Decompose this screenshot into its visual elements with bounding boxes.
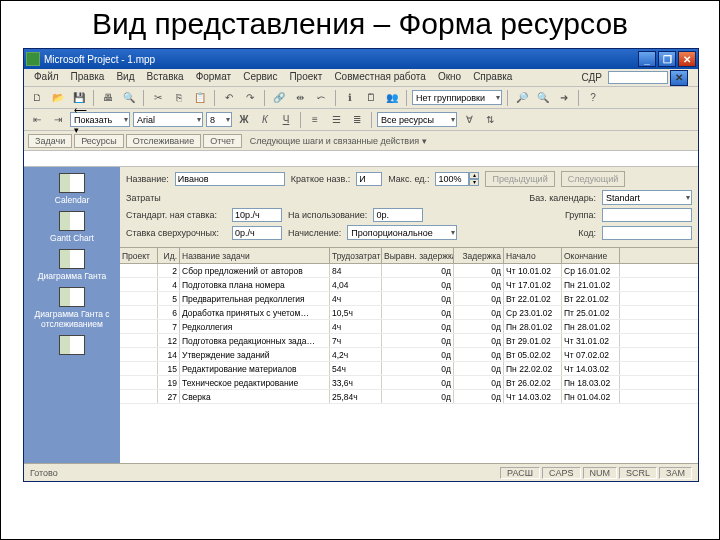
col-project[interactable]: Проект	[120, 248, 158, 263]
align-right-icon[interactable]: ≣	[348, 111, 366, 129]
autofilter-icon[interactable]: ∀	[460, 111, 478, 129]
tracking-gantt-icon	[59, 287, 85, 307]
col-delay[interactable]: Задержка	[454, 248, 504, 263]
col-finish[interactable]: Окончание	[562, 248, 620, 263]
name-label: Название:	[126, 174, 169, 184]
zoomout-icon[interactable]: 🔍	[534, 89, 552, 107]
sidebar-item-more[interactable]	[24, 335, 120, 357]
menu-tools[interactable]: Сервис	[237, 69, 283, 86]
sort-icon[interactable]: ⇅	[481, 111, 499, 129]
cut-icon[interactable]: ✂	[149, 89, 167, 107]
menubar: Файл Правка Вид Вставка Формат Сервис Пр…	[24, 69, 698, 87]
fontsize-combo[interactable]: 8	[206, 112, 232, 127]
assign-icon[interactable]: 👥	[383, 89, 401, 107]
table-row[interactable]: 7Редколлегия4ч0д0дПн 28.01.02Пн 28.01.02	[120, 320, 698, 334]
notes-icon[interactable]: 🗒	[362, 89, 380, 107]
basecal-combo[interactable]: Standart	[602, 190, 692, 205]
short-input[interactable]	[356, 172, 382, 186]
menu-edit[interactable]: Правка	[65, 69, 111, 86]
copy-icon[interactable]: ⎘	[170, 89, 188, 107]
unlink-icon[interactable]: ⇹	[291, 89, 309, 107]
entry-bar[interactable]	[24, 151, 698, 167]
group-input[interactable]	[602, 208, 692, 222]
table-row[interactable]: 27Сверка25,84ч0д0дЧт 14.03.02Пн 01.04.02	[120, 390, 698, 404]
table-row[interactable]: 5Предварительная редколлегия4ч0д0дВт 22.…	[120, 292, 698, 306]
std-input[interactable]	[232, 208, 282, 222]
menu-file[interactable]: Файл	[28, 69, 65, 86]
max-input[interactable]	[435, 172, 469, 186]
col-id[interactable]: Ид.	[158, 248, 180, 263]
show-combo[interactable]: ⟵ Показать ▾	[70, 112, 130, 127]
next-steps-link[interactable]: Следующие шаги и связанные действия ▾	[250, 136, 427, 146]
menu-window[interactable]: Окно	[432, 69, 467, 86]
doc-close-button[interactable]: ✕	[670, 70, 688, 86]
col-work[interactable]: Трудозатраты	[330, 248, 382, 263]
close-button[interactable]: ✕	[678, 51, 696, 67]
col-level-delay[interactable]: Выравн. задержка	[382, 248, 454, 263]
table-row[interactable]: 2Сбор предложений от авторов840д0дЧт 10.…	[120, 264, 698, 278]
table-row[interactable]: 19Техническое редактирование33,6ч0д0дВт …	[120, 376, 698, 390]
table-row[interactable]: 4Подготовка плана номера4,040д0дЧт 17.01…	[120, 278, 698, 292]
bold-icon[interactable]: Ж	[235, 111, 253, 129]
tab-report[interactable]: Отчет	[203, 134, 242, 148]
col-name[interactable]: Название задачи	[180, 248, 330, 263]
paste-icon[interactable]: 📋	[191, 89, 209, 107]
group-label: Группа:	[565, 210, 596, 220]
align-center-icon[interactable]: ☰	[327, 111, 345, 129]
next-button[interactable]: Следующий	[561, 171, 626, 187]
open-icon[interactable]: 📂	[49, 89, 67, 107]
spin-down-icon[interactable]: ▾	[469, 179, 479, 186]
table-row[interactable]: 15Редактирование материалов54ч0д0дПн 22.…	[120, 362, 698, 376]
goto-icon[interactable]: ➜	[555, 89, 573, 107]
italic-icon[interactable]: К	[256, 111, 274, 129]
code-input[interactable]	[602, 226, 692, 240]
table-row[interactable]: 14Утверждение заданий4,2ч0д0дВт 05.02.02…	[120, 348, 698, 362]
group-combo[interactable]: Нет группировки	[412, 90, 502, 105]
tab-tracking[interactable]: Отслеживание	[126, 134, 201, 148]
format-toolbar: ⇤ ⇥ ⟵ Показать ▾ Arial 8 Ж К Ч ≡ ☰ ≣ Все…	[24, 109, 698, 131]
max-label: Макс. ед.:	[388, 174, 429, 184]
underline-icon[interactable]: Ч	[277, 111, 295, 129]
menu-collab[interactable]: Совместная работа	[328, 69, 432, 86]
align-left-icon[interactable]: ≡	[306, 111, 324, 129]
wbs-input[interactable]	[608, 71, 668, 84]
titlebar: Microsoft Project - 1.mpp _ ❐ ✕	[24, 49, 698, 69]
sidebar-item-gantt-ru[interactable]: Диаграмма Ганта	[24, 249, 120, 281]
accrue-combo[interactable]: Пропорциональное	[347, 225, 457, 240]
minimize-button[interactable]: _	[638, 51, 656, 67]
font-combo[interactable]: Arial	[133, 112, 203, 127]
name-input[interactable]	[175, 172, 285, 186]
table-row[interactable]: 6Доработка принятых с учетом…10,5ч0д0дСр…	[120, 306, 698, 320]
outdent-icon[interactable]: ⇤	[28, 111, 46, 129]
sidebar-item-tracking-gantt[interactable]: Диаграмма Ганта с отслеживанием	[24, 287, 120, 329]
grid-body[interactable]: 2Сбор предложений от авторов840д0дЧт 10.…	[120, 264, 698, 463]
zoomin-icon[interactable]: 🔎	[513, 89, 531, 107]
spin-up-icon[interactable]: ▴	[469, 172, 479, 179]
help-icon[interactable]: ?	[584, 89, 602, 107]
status-num: NUM	[583, 467, 618, 479]
menu-format[interactable]: Формат	[190, 69, 238, 86]
maximize-button[interactable]: ❐	[658, 51, 676, 67]
preview-icon[interactable]: 🔍	[120, 89, 138, 107]
sidebar-item-calendar[interactable]: Calendar	[24, 173, 120, 205]
sidebar-item-gantt[interactable]: Gantt Chart	[24, 211, 120, 243]
menu-project[interactable]: Проект	[283, 69, 328, 86]
new-icon[interactable]: 🗋	[28, 89, 46, 107]
link-icon[interactable]: 🔗	[270, 89, 288, 107]
tab-tasks[interactable]: Задачи	[28, 134, 72, 148]
tab-resources[interactable]: Ресурсы	[74, 134, 124, 148]
menu-insert[interactable]: Вставка	[140, 69, 189, 86]
prev-button[interactable]: Предыдущий	[485, 171, 554, 187]
menu-help[interactable]: Справка	[467, 69, 518, 86]
table-row[interactable]: 12Подготовка редакционных зада…7ч0д0дВт …	[120, 334, 698, 348]
filter-combo[interactable]: Все ресурсы	[377, 112, 457, 127]
split-icon[interactable]: ⤺	[312, 89, 330, 107]
ovt-input[interactable]	[232, 226, 282, 240]
col-start[interactable]: Начало	[504, 248, 562, 263]
indent-icon[interactable]: ⇥	[49, 111, 67, 129]
undo-icon[interactable]: ↶	[220, 89, 238, 107]
menu-view[interactable]: Вид	[110, 69, 140, 86]
redo-icon[interactable]: ↷	[241, 89, 259, 107]
peruse-input[interactable]	[373, 208, 423, 222]
info-icon[interactable]: ℹ	[341, 89, 359, 107]
